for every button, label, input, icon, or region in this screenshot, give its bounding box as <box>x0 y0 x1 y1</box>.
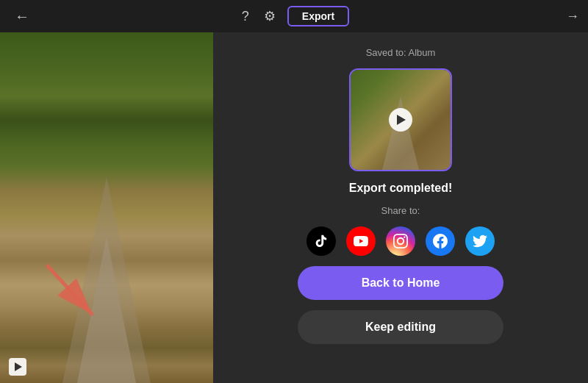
share-tiktok-button[interactable] <box>306 226 336 256</box>
share-icons-row <box>306 226 495 256</box>
thumb-play-icon[interactable] <box>389 108 412 132</box>
back-button[interactable]: ← <box>9 5 35 28</box>
forward-icon: → <box>566 9 579 24</box>
export-completed-label: Export completed! <box>349 182 452 195</box>
video-panel <box>0 32 213 383</box>
video-thumbnail[interactable] <box>349 68 452 171</box>
share-twitter-button[interactable] <box>465 226 495 256</box>
help-button[interactable]: ? <box>239 6 252 27</box>
svg-line-1 <box>48 266 92 314</box>
share-label: Share to: <box>381 205 420 216</box>
top-bar-left: ← <box>9 5 35 28</box>
export-button[interactable]: Export <box>287 6 349 26</box>
direction-arrow-icon <box>44 262 103 321</box>
share-facebook-button[interactable] <box>426 226 455 256</box>
keep-editing-button[interactable]: Keep editing <box>298 310 503 344</box>
top-bar-right: → <box>566 9 579 24</box>
thumb-path <box>382 96 419 170</box>
settings-button[interactable]: ⚙ <box>261 5 279 27</box>
main-content: Saved to: Album Export completed! Share … <box>0 32 588 383</box>
play-button[interactable] <box>9 358 26 376</box>
right-panel: Saved to: Album Export completed! Share … <box>213 32 588 383</box>
video-background <box>0 32 213 383</box>
saved-label: Saved to: Album <box>366 47 436 58</box>
share-instagram-button[interactable] <box>386 226 415 256</box>
arrow-overlay <box>44 262 103 324</box>
share-youtube-button[interactable] <box>346 226 376 256</box>
top-bar-center: ? ⚙ Export <box>239 5 349 27</box>
top-bar: ← ? ⚙ Export → <box>0 0 588 32</box>
back-to-home-button[interactable]: Back to Home <box>298 266 503 300</box>
